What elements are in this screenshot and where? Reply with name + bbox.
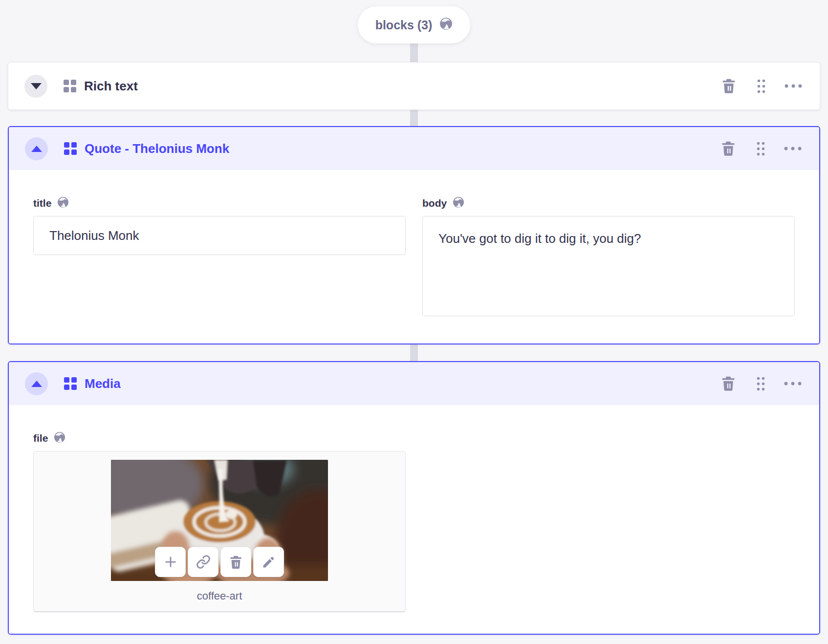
media-filename: coffee-art [34, 581, 405, 611]
localization-globe-icon [54, 431, 65, 445]
drag-handle-icon[interactable] [752, 139, 769, 158]
block-header-media[interactable]: Media [9, 362, 819, 405]
blocks-count-label: blocks (3) [375, 18, 433, 32]
add-media-button[interactable] [155, 547, 186, 577]
block-header-quote[interactable]: Quote - Thelonius Monk [9, 127, 819, 170]
media-action-toolbar [155, 547, 284, 577]
delete-block-button[interactable] [720, 76, 738, 96]
block-header-rich-text[interactable]: Rich text [8, 63, 820, 109]
localization-globe-icon [453, 196, 464, 210]
field-label-body: body [422, 197, 447, 209]
dynamic-zone-editor: blocks (3) Rich text [0, 6, 828, 644]
drag-handle-icon[interactable] [752, 76, 770, 96]
block-title: Quote - Thelonius Monk [85, 141, 229, 156]
delete-media-button[interactable] [220, 547, 251, 577]
more-options-button[interactable] [784, 76, 802, 96]
block-card-media: Media [8, 361, 820, 635]
delete-block-button[interactable] [719, 139, 737, 158]
body-textarea[interactable]: You've got to dig it to dig it, you dig? [422, 216, 795, 316]
more-options-button[interactable] [784, 374, 802, 393]
delete-block-button[interactable] [719, 374, 737, 393]
chevron-up-icon [31, 381, 42, 387]
component-grid-icon [64, 142, 77, 155]
chevron-down-icon [31, 83, 42, 89]
blocks-count-pill: blocks (3) [358, 6, 471, 43]
block-card-quote: Quote - Thelonius Monk [8, 126, 820, 344]
expand-toggle-button[interactable] [24, 75, 47, 98]
edit-media-button[interactable] [253, 547, 284, 577]
title-input[interactable] [33, 216, 406, 255]
field-title: title [33, 196, 406, 255]
block-title: Media [85, 376, 121, 391]
component-grid-icon [64, 80, 76, 92]
localization-globe-icon [57, 196, 69, 210]
component-grid-icon [64, 377, 77, 390]
media-file-card: coffee-art [33, 451, 406, 612]
collapse-toggle-button[interactable] [25, 137, 48, 160]
block-card-rich-text: Rich text [8, 62, 820, 110]
field-label-title: title [33, 197, 51, 209]
drag-handle-icon[interactable] [752, 374, 769, 393]
chevron-up-icon [31, 146, 42, 152]
copy-link-button[interactable] [188, 547, 218, 577]
field-file: file [33, 431, 795, 612]
globe-icon [439, 17, 453, 33]
media-preview [111, 460, 328, 581]
more-options-button[interactable] [784, 139, 802, 158]
collapse-toggle-button[interactable] [25, 372, 48, 395]
field-label-file: file [33, 432, 48, 444]
field-body: body You've got to dig it to dig it, you… [422, 196, 795, 318]
block-title: Rich text [84, 79, 138, 94]
